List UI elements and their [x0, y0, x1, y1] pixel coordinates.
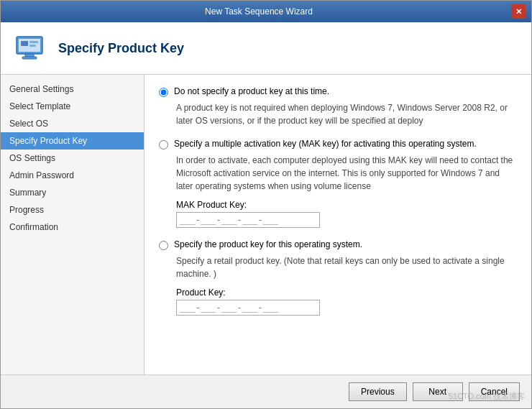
- radio-option-mak-key: Specify a multiple activation key (MAK k…: [159, 139, 517, 150]
- option-mak-key: Specify a multiple activation key (MAK k…: [159, 139, 517, 228]
- content-area: General Settings Select Template Select …: [1, 75, 531, 374]
- previous-button[interactable]: Previous: [349, 382, 407, 401]
- mak-key-input[interactable]: [176, 212, 320, 228]
- page-title: Specify Product Key: [58, 41, 184, 56]
- retail-field-label: Product Key:: [176, 288, 517, 298]
- retail-key-description: Specify a retail product key. (Note that…: [176, 254, 517, 280]
- mak-key-description: In order to activate, each computer depl…: [176, 154, 517, 193]
- sidebar-item-general-settings[interactable]: General Settings: [1, 81, 144, 98]
- option-retail-key: Specify the product key for this operati…: [159, 239, 517, 316]
- sidebar-item-select-os[interactable]: Select OS: [1, 115, 144, 132]
- header-icon: [12, 31, 47, 65]
- sidebar-item-confirmation[interactable]: Confirmation: [1, 219, 144, 236]
- no-key-description: A product key is not required when deplo…: [176, 101, 517, 127]
- option-no-key: Do not specify a product key at this tim…: [159, 86, 517, 127]
- radio-option-retail-key: Specify the product key for this operati…: [159, 239, 517, 250]
- sidebar-item-summary[interactable]: Summary: [1, 184, 144, 201]
- retail-key-input[interactable]: [176, 300, 320, 316]
- svg-rect-4: [21, 41, 28, 46]
- svg-rect-5: [29, 41, 38, 43]
- sidebar-item-admin-password[interactable]: Admin Password: [1, 167, 144, 184]
- main-content: Do not specify a product key at this tim…: [145, 75, 531, 374]
- sidebar-item-progress[interactable]: Progress: [1, 201, 144, 219]
- radio-retail-key-label: Specify the product key for this operati…: [174, 239, 362, 249]
- mak-field-label: MAK Product Key:: [176, 200, 517, 210]
- radio-retail-key[interactable]: [159, 241, 168, 250]
- next-button[interactable]: Next: [413, 382, 463, 401]
- window-title: New Task Sequence Wizard: [6, 6, 511, 17]
- radio-no-key-label: Do not specify a product key at this tim…: [174, 86, 329, 96]
- sidebar-item-specify-product-key[interactable]: Specify Product Key: [1, 132, 144, 150]
- close-button[interactable]: ✕: [511, 4, 526, 19]
- radio-option-no-key: Do not specify a product key at this tim…: [159, 86, 517, 97]
- title-bar: New Task Sequence Wizard ✕: [1, 1, 531, 22]
- cancel-button[interactable]: Cancel: [469, 382, 520, 401]
- wizard-window: New Task Sequence Wizard ✕ Specify Produ…: [0, 0, 532, 409]
- footer: Previous Next Cancel: [1, 374, 531, 408]
- svg-rect-3: [22, 57, 37, 59]
- radio-mak-key-label: Specify a multiple activation key (MAK k…: [174, 139, 477, 149]
- header-area: Specify Product Key: [1, 22, 531, 75]
- sidebar-item-os-settings[interactable]: OS Settings: [1, 150, 144, 167]
- radio-no-key[interactable]: [159, 88, 168, 97]
- svg-rect-6: [29, 45, 36, 47]
- sidebar: General Settings Select Template Select …: [1, 75, 145, 374]
- radio-mak-key[interactable]: [159, 140, 168, 150]
- svg-rect-2: [25, 54, 34, 57]
- sidebar-item-select-template[interactable]: Select Template: [1, 98, 144, 115]
